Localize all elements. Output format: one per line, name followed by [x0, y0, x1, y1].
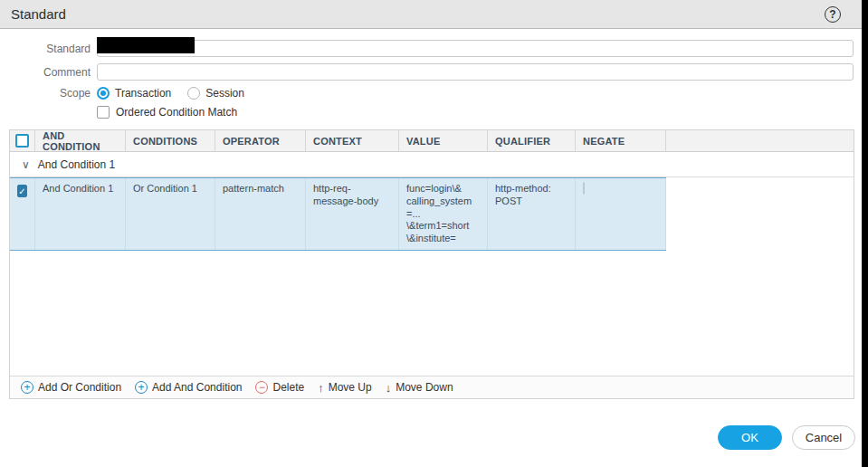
help-glyph: ? [829, 8, 835, 21]
add-or-condition-button[interactable]: + Add Or Condition [21, 381, 121, 394]
select-all-cell [10, 130, 35, 151]
check-icon: ✓ [18, 186, 25, 196]
standard-input-wrap [97, 40, 854, 57]
cell-negate [576, 178, 666, 250]
standard-field-row: Standard [0, 40, 862, 57]
cell-conditions: Or Condition 1 [126, 178, 215, 250]
standard-form: Standard Comment Scope Transaction Sessi… [0, 40, 862, 125]
conditions-table: AND CONDITION CONDITIONS OPERATOR CONTEX… [9, 129, 854, 399]
standard-label: Standard [0, 43, 97, 55]
cell-qualifier: http-method: POST [488, 178, 576, 250]
column-header-qualifier[interactable]: QUALIFIER [488, 130, 576, 151]
column-header-and-condition[interactable]: AND CONDITION [35, 130, 126, 151]
column-header-negate[interactable]: NEGATE [576, 130, 666, 151]
delete-label: Delete [272, 381, 304, 394]
radio-selected-icon [97, 87, 110, 100]
move-up-button[interactable]: ↑ Move Up [318, 381, 372, 394]
add-and-condition-button[interactable]: + Add And Condition [135, 381, 242, 394]
dialog-title: Standard [11, 6, 825, 22]
cell-operator: pattern-match [215, 178, 306, 250]
column-header-conditions[interactable]: CONDITIONS [126, 130, 215, 151]
cell-value: func=login\& calling_system=... \&term1=… [399, 178, 488, 250]
plus-circle-icon: + [135, 381, 148, 394]
move-down-label: Move Down [396, 381, 453, 394]
dialog-footer: OK Cancel [718, 425, 855, 450]
dialog-titlebar: Standard ? [0, 0, 868, 29]
column-header-empty [666, 130, 854, 151]
column-header-context[interactable]: CONTEXT [306, 130, 399, 151]
comment-input-wrap [97, 63, 854, 81]
radio-unselected-icon [187, 87, 200, 100]
add-or-condition-label: Add Or Condition [38, 381, 121, 394]
cell-context: http-req-message-body [306, 178, 399, 250]
group-row-label: And Condition 1 [38, 158, 115, 171]
negate-checkbox[interactable] [583, 182, 585, 195]
scope-option-session[interactable]: Session [187, 87, 244, 100]
row-checkbox-checked[interactable]: ✓ [17, 185, 27, 197]
add-and-condition-label: Add And Condition [152, 381, 242, 394]
scope-label: Scope [0, 87, 97, 100]
comment-label: Comment [0, 66, 97, 79]
table-empty-area [10, 251, 854, 376]
help-icon[interactable]: ? [825, 6, 841, 23]
select-all-checkbox[interactable] [15, 134, 29, 148]
arrow-up-icon: ↑ [318, 382, 324, 394]
transaction-label: Transaction [115, 87, 171, 100]
cell-and-condition: And Condition 1 [35, 178, 126, 250]
standard-input[interactable] [97, 40, 854, 57]
ordered-condition-row: Ordered Condition Match [0, 106, 862, 119]
cancel-button[interactable]: Cancel [792, 425, 855, 450]
comment-field-row: Comment [0, 63, 862, 81]
group-row-and-condition-1[interactable]: ∨ And Condition 1 [10, 152, 854, 177]
row-checkbox-cell: ✓ [10, 178, 35, 250]
column-header-value[interactable]: VALUE [399, 130, 488, 151]
session-label: Session [205, 87, 244, 100]
delete-button[interactable]: − Delete [255, 381, 304, 394]
screenshot-right-edge [862, 0, 868, 467]
table-header-row: AND CONDITION CONDITIONS OPERATOR CONTEX… [10, 130, 854, 152]
ok-button[interactable]: OK [718, 425, 782, 450]
arrow-down-icon: ↓ [386, 382, 392, 394]
column-header-operator[interactable]: OPERATOR [215, 130, 306, 151]
table-row[interactable]: ✓ And Condition 1 Or Condition 1 pattern… [10, 177, 666, 251]
ordered-condition-label: Ordered Condition Match [116, 106, 237, 119]
scope-option-transaction[interactable]: Transaction [97, 87, 171, 100]
comment-input[interactable] [97, 63, 854, 81]
plus-circle-icon: + [21, 381, 33, 394]
table-toolbar: + Add Or Condition + Add And Condition −… [10, 376, 854, 398]
redacted-standard-value [97, 37, 195, 53]
chevron-down-icon[interactable]: ∨ [22, 159, 30, 170]
minus-circle-icon: − [255, 381, 268, 394]
ordered-condition-checkbox[interactable] [97, 106, 110, 119]
move-down-button[interactable]: ↓ Move Down [386, 381, 453, 394]
scope-row: Scope Transaction Session [0, 87, 862, 100]
move-up-label: Move Up [329, 381, 372, 394]
